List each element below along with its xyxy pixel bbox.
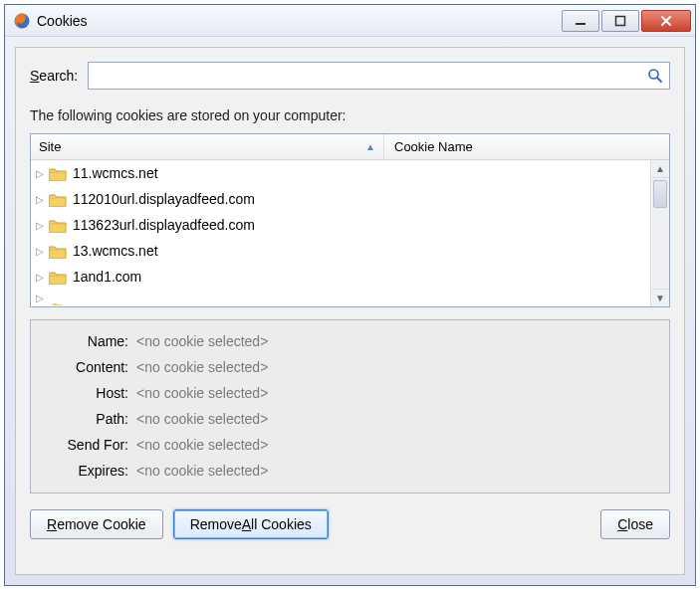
minimize-button[interactable]: [562, 10, 599, 32]
expand-icon[interactable]: ▷: [35, 220, 45, 231]
col-site-header[interactable]: Site ▲: [31, 134, 384, 159]
remove-all-cookies-button[interactable]: Remove All Cookies: [173, 509, 329, 539]
detail-label-sendfor: Send For:: [41, 437, 128, 453]
search-input[interactable]: [95, 64, 647, 88]
detail-label-path: Path:: [41, 411, 128, 427]
list-item[interactable]: ▷ 1and1.com: [31, 264, 649, 290]
description-text: The following cookies are stored on your…: [30, 107, 670, 123]
detail-label-host: Host:: [41, 385, 128, 401]
list-item[interactable]: ▷ 112010url.displayadfeed.com: [31, 186, 649, 212]
detail-value-host: <no cookie selected>: [136, 385, 268, 401]
scrollbar[interactable]: ▲ ▼: [650, 160, 669, 306]
expand-icon[interactable]: ▷: [35, 293, 45, 303]
search-icon: [647, 68, 663, 84]
scroll-down-icon[interactable]: ▼: [651, 289, 669, 306]
list-header: Site ▲ Cookie Name: [31, 134, 669, 160]
list-item[interactable]: ▷: [31, 290, 649, 305]
window-title: Cookies: [37, 13, 562, 29]
folder-icon: [49, 192, 67, 207]
detail-value-content: <no cookie selected>: [136, 359, 268, 375]
scroll-thumb[interactable]: [653, 180, 667, 208]
dialog-content: Search: The following cookies are stored…: [15, 47, 685, 575]
svg-line-4: [657, 78, 661, 82]
expand-icon[interactable]: ▷: [35, 194, 45, 205]
list-body: ▷ 11.wcmcs.net ▷ 112010url.displayadfeed…: [31, 160, 669, 306]
svg-rect-2: [616, 16, 625, 25]
button-row: Remove Cookie Remove All Cookies Close: [30, 509, 670, 539]
titlebar[interactable]: Cookies: [5, 5, 695, 37]
detail-value-expires: <no cookie selected>: [136, 463, 268, 479]
sort-asc-icon: ▲: [365, 141, 375, 152]
detail-value-path: <no cookie selected>: [136, 411, 268, 427]
folder-icon: [49, 297, 67, 305]
detail-value-name: <no cookie selected>: [136, 333, 268, 349]
col-cookie-header[interactable]: Cookie Name: [384, 134, 669, 159]
detail-label-content: Content:: [41, 359, 128, 375]
folder-icon: [49, 218, 67, 233]
expand-icon[interactable]: ▷: [35, 272, 45, 283]
cookie-list: Site ▲ Cookie Name ▷ 11.wcmcs.net: [30, 133, 670, 307]
list-item[interactable]: ▷ 13.wcmcs.net: [31, 238, 649, 264]
search-row: Search:: [30, 62, 670, 90]
firefox-icon: [13, 12, 31, 30]
svg-rect-1: [576, 23, 585, 25]
cookie-details: Name:<no cookie selected> Content:<no co…: [30, 319, 670, 493]
detail-label-name: Name:: [41, 333, 128, 349]
folder-icon: [49, 244, 67, 259]
search-label: Search:: [30, 68, 78, 84]
detail-label-expires: Expires:: [41, 463, 128, 479]
detail-value-sendfor: <no cookie selected>: [136, 437, 268, 453]
expand-icon[interactable]: ▷: [35, 246, 45, 257]
list-item[interactable]: ▷ 11.wcmcs.net: [31, 160, 649, 186]
window-controls: [562, 10, 691, 32]
list-item[interactable]: ▷ 113623url.displayadfeed.com: [31, 212, 649, 238]
expand-icon[interactable]: ▷: [35, 168, 45, 179]
close-button[interactable]: Close: [600, 509, 670, 539]
scroll-up-icon[interactable]: ▲: [651, 160, 669, 178]
close-window-button[interactable]: [641, 10, 691, 32]
cookies-dialog: Cookies Search:: [4, 4, 696, 586]
folder-icon: [49, 166, 67, 181]
remove-cookie-button[interactable]: Remove Cookie: [30, 509, 163, 539]
maximize-button[interactable]: [601, 10, 639, 32]
search-input-wrap[interactable]: [88, 62, 670, 90]
folder-icon: [49, 270, 67, 285]
